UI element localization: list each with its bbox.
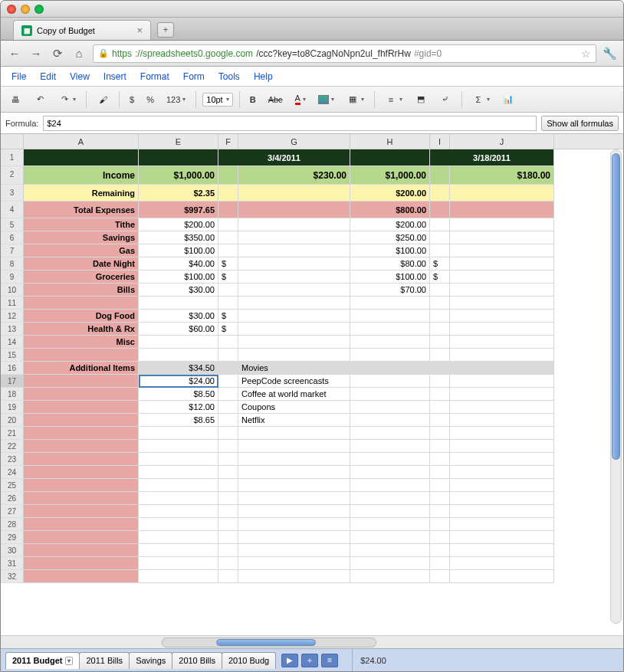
- cell-I24[interactable]: [430, 466, 450, 479]
- cell-H24[interactable]: [350, 466, 430, 479]
- cell-E25[interactable]: [139, 479, 218, 492]
- cell-F16[interactable]: [218, 362, 238, 375]
- cell-A29[interactable]: [24, 531, 139, 544]
- cell-J10[interactable]: [450, 284, 554, 297]
- cell-H6[interactable]: $250.00: [350, 231, 430, 244]
- cell-A16[interactable]: Additional Items: [24, 362, 139, 375]
- row-header[interactable]: 32: [1, 570, 24, 583]
- row-header[interactable]: 31: [1, 557, 24, 570]
- formula-input[interactable]: [43, 116, 537, 131]
- cell-I10[interactable]: [430, 284, 450, 297]
- text-color-button[interactable]: A▾: [291, 90, 310, 108]
- cell-G19[interactable]: Coupons: [238, 401, 350, 414]
- column-header-F[interactable]: F: [218, 134, 238, 149]
- cell-H19[interactable]: [350, 401, 430, 414]
- row-header[interactable]: 11: [1, 297, 24, 310]
- row-header[interactable]: 30: [1, 544, 24, 557]
- cell-I32[interactable]: [430, 570, 450, 583]
- menu-insert[interactable]: Insert: [97, 68, 133, 85]
- menu-form[interactable]: Form: [177, 68, 211, 85]
- cell-G10[interactable]: [238, 284, 350, 297]
- cell-E26[interactable]: [139, 492, 218, 505]
- cell-G29[interactable]: [238, 531, 350, 544]
- cell-H14[interactable]: [350, 336, 430, 349]
- cell-H2[interactable]: $1,000.00: [350, 166, 430, 185]
- cell-I14[interactable]: [430, 336, 450, 349]
- cell-H15[interactable]: [350, 349, 430, 362]
- row-header[interactable]: 20: [1, 414, 24, 427]
- merge-button[interactable]: ⬒: [411, 90, 431, 109]
- cell-J8[interactable]: [450, 257, 554, 270]
- cell-H22[interactable]: [350, 440, 430, 453]
- cell-J14[interactable]: [450, 336, 554, 349]
- cell-F23[interactable]: [218, 453, 238, 466]
- cell-G20[interactable]: Netflix: [238, 414, 350, 427]
- cell-J23[interactable]: [450, 453, 554, 466]
- cell-A12[interactable]: Dog Food: [24, 310, 139, 323]
- cell-F4[interactable]: [218, 202, 238, 218]
- new-tab-button[interactable]: +: [157, 22, 174, 38]
- cell-G5[interactable]: [238, 218, 350, 231]
- cell-F6[interactable]: [218, 231, 238, 244]
- cell-E5[interactable]: $200.00: [139, 218, 218, 231]
- cell-E24[interactable]: [139, 466, 218, 479]
- cell-J13[interactable]: [450, 323, 554, 336]
- menu-tools[interactable]: Tools: [212, 68, 246, 85]
- select-all-corner[interactable]: [1, 134, 24, 149]
- row-header[interactable]: 27: [1, 505, 24, 518]
- cell-A5[interactable]: Tithe: [24, 218, 139, 231]
- cell-E22[interactable]: [139, 440, 218, 453]
- vertical-scroll-thumb[interactable]: [612, 153, 620, 460]
- show-all-formulas-button[interactable]: Show all formulas: [541, 116, 619, 131]
- row-header[interactable]: 1: [1, 149, 24, 166]
- insert-chart-button[interactable]: 📊: [498, 90, 518, 109]
- row-header[interactable]: 8: [1, 257, 24, 270]
- borders-button[interactable]: ▦▾: [343, 90, 368, 109]
- cell-I1[interactable]: 3/18/2011: [430, 149, 554, 166]
- cell-H16[interactable]: [350, 362, 430, 375]
- cell-I23[interactable]: [430, 453, 450, 466]
- cell-G26[interactable]: [238, 492, 350, 505]
- reload-button[interactable]: ⟳: [50, 47, 65, 61]
- cell-G21[interactable]: [238, 427, 350, 440]
- cell-J6[interactable]: [450, 231, 554, 244]
- cell-I22[interactable]: [430, 440, 450, 453]
- cell-H28[interactable]: [350, 518, 430, 531]
- cell-E18[interactable]: $8.50: [139, 388, 218, 401]
- cell-G31[interactable]: [238, 557, 350, 570]
- cell-I12[interactable]: [430, 310, 450, 323]
- row-header[interactable]: 5: [1, 218, 24, 231]
- cell-J15[interactable]: [450, 349, 554, 362]
- cell-E28[interactable]: [139, 518, 218, 531]
- cell-F31[interactable]: [218, 557, 238, 570]
- row-header[interactable]: 28: [1, 518, 24, 531]
- cell-E27[interactable]: [139, 505, 218, 518]
- row-header[interactable]: 14: [1, 336, 24, 349]
- cell-F30[interactable]: [218, 544, 238, 557]
- cell-F12[interactable]: $: [218, 310, 238, 323]
- cell-E16[interactable]: $34.50: [139, 362, 218, 375]
- cell-A31[interactable]: [24, 557, 139, 570]
- row-header[interactable]: 17: [1, 375, 24, 388]
- row-header[interactable]: 21: [1, 427, 24, 440]
- cell-H1[interactable]: [350, 149, 430, 166]
- cell-I4[interactable]: [430, 202, 450, 218]
- cell-J22[interactable]: [450, 440, 554, 453]
- row-header[interactable]: 29: [1, 531, 24, 544]
- cell-F3[interactable]: [218, 185, 238, 202]
- cell-I9[interactable]: $: [430, 270, 450, 284]
- cell-E30[interactable]: [139, 544, 218, 557]
- cell-J17[interactable]: [450, 375, 554, 388]
- window-minimize-button[interactable]: [21, 5, 30, 14]
- cell-G9[interactable]: [238, 270, 350, 284]
- cell-J16[interactable]: [450, 362, 554, 375]
- cell-H10[interactable]: $70.00: [350, 284, 430, 297]
- font-size-select[interactable]: 10pt▾: [202, 93, 232, 107]
- cell-J2[interactable]: $180.00: [450, 166, 554, 185]
- cell-A20[interactable]: [24, 414, 139, 427]
- cell-I30[interactable]: [430, 544, 450, 557]
- cell-I5[interactable]: [430, 218, 450, 231]
- cell-G15[interactable]: [238, 349, 350, 362]
- cell-A32[interactable]: [24, 570, 139, 583]
- cell-G30[interactable]: [238, 544, 350, 557]
